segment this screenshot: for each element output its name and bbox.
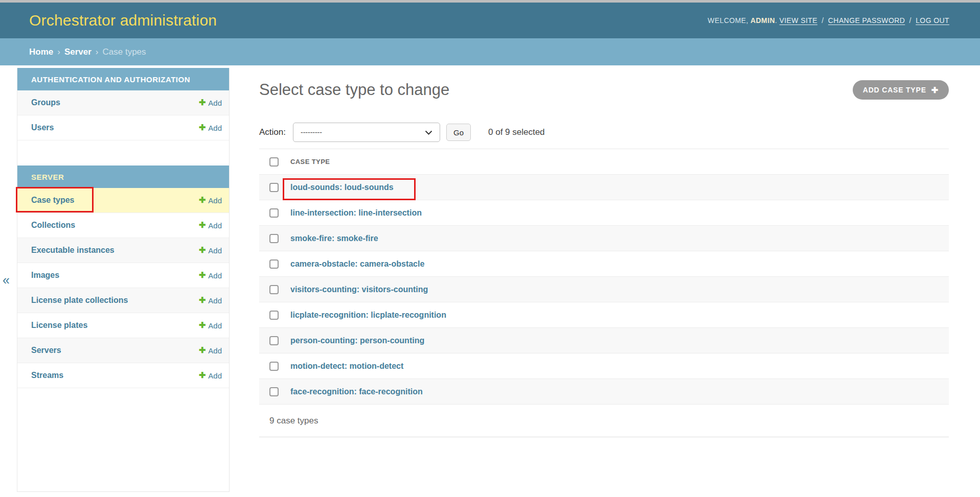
row-checkbox[interactable] bbox=[269, 234, 279, 243]
sidebar-add-groups[interactable]: ✚ Add bbox=[199, 99, 222, 107]
sidebar: AUTHENTICATION AND AUTHORIZATION Groups … bbox=[17, 68, 230, 492]
add-label: Add bbox=[208, 196, 222, 205]
row-checkbox-cell bbox=[259, 336, 290, 345]
add-label: Add bbox=[208, 221, 222, 230]
row-checkbox[interactable] bbox=[269, 362, 279, 371]
plus-icon: ✚ bbox=[199, 99, 206, 107]
breadcrumb-home[interactable]: Home bbox=[29, 47, 53, 57]
case-type-link-face-recognition[interactable]: face-recognition: face-recognition bbox=[290, 387, 423, 396]
row-checkbox-cell bbox=[259, 311, 290, 320]
breadcrumb-server[interactable]: Server bbox=[64, 47, 92, 57]
row-checkbox-cell bbox=[259, 234, 290, 243]
case-type-link-smoke-fire[interactable]: smoke-fire: smoke-fire bbox=[290, 234, 378, 243]
page-title: Select case type to change bbox=[259, 81, 949, 99]
row-checkbox[interactable] bbox=[269, 183, 279, 192]
column-header-case-type: CASE TYPE bbox=[290, 158, 330, 165]
sidebar-section-gap bbox=[17, 140, 229, 165]
add-case-type-button[interactable]: ADD CASE TYPE ✚ bbox=[853, 80, 949, 100]
sidebar-section-server: Case types ✚ Add Collections ✚ Add Execu… bbox=[17, 188, 229, 388]
table-row: smoke-fire: smoke-fire bbox=[259, 226, 949, 251]
header-checkbox-cell bbox=[259, 157, 290, 167]
sidebar-link-groups[interactable]: Groups bbox=[31, 98, 60, 107]
welcome-text: WELCOME, bbox=[708, 16, 748, 25]
action-select-value: --------- bbox=[301, 128, 322, 136]
row-checkbox[interactable] bbox=[269, 208, 279, 218]
selection-counter: 0 of 9 selected bbox=[488, 127, 545, 137]
main-content: Select case type to change ADD CASE TYPE… bbox=[259, 65, 949, 437]
sidebar-add-users[interactable]: ✚ Add bbox=[199, 124, 222, 132]
view-site-link[interactable]: VIEW SITE bbox=[780, 16, 817, 25]
table-row: motion-detect: motion-detect bbox=[259, 353, 949, 379]
change-password-link[interactable]: CHANGE PASSWORD bbox=[828, 16, 905, 25]
link-separator: / bbox=[822, 16, 824, 25]
case-type-link-licplate-recognition[interactable]: licplate-recognition: licplate-recogniti… bbox=[290, 311, 446, 320]
sidebar-add-images[interactable]: ✚ Add bbox=[199, 271, 222, 280]
row-checkbox[interactable] bbox=[269, 387, 279, 396]
log-out-link[interactable]: LOG OUT bbox=[916, 16, 949, 25]
sidebar-link-license-plates[interactable]: License plates bbox=[31, 321, 87, 330]
sidebar-add-license-plates[interactable]: ✚ Add bbox=[199, 321, 222, 330]
sidebar-add-servers[interactable]: ✚ Add bbox=[199, 346, 222, 355]
case-type-link-camera-obstacle[interactable]: camera-obstacle: camera-obstacle bbox=[290, 259, 424, 269]
breadcrumb-current: Case types bbox=[103, 47, 146, 57]
sidebar-add-case-types[interactable]: ✚ Add bbox=[199, 196, 222, 205]
sidebar-item-users: Users ✚ Add bbox=[17, 115, 229, 140]
row-checkbox-cell bbox=[259, 208, 290, 218]
plus-icon: ✚ bbox=[199, 124, 206, 132]
row-checkbox[interactable] bbox=[269, 259, 279, 269]
sidebar-section-auth-header: AUTHENTICATION AND AUTHORIZATION bbox=[17, 68, 229, 90]
sidebar-add-license-plate-collections[interactable]: ✚ Add bbox=[199, 296, 222, 305]
case-type-link-loud-sounds[interactable]: loud-sounds: loud-sounds bbox=[290, 183, 394, 192]
link-separator: / bbox=[909, 16, 911, 25]
sidebar-item-streams: Streams ✚ Add bbox=[17, 363, 229, 388]
add-label: Add bbox=[208, 271, 222, 280]
sidebar-link-collections[interactable]: Collections bbox=[31, 221, 75, 230]
row-checkbox-cell bbox=[259, 259, 290, 269]
table-header-row: CASE TYPE bbox=[259, 149, 949, 175]
breadcrumb-separator: › bbox=[96, 47, 99, 57]
sidebar-link-license-plate-collections[interactable]: License plate collections bbox=[31, 296, 128, 305]
table-row: person-counting: person-counting bbox=[259, 328, 949, 353]
sidebar-link-servers[interactable]: Servers bbox=[31, 346, 61, 355]
breadcrumb-separator: › bbox=[57, 47, 60, 57]
add-label: Add bbox=[208, 371, 222, 380]
case-type-link-line-intersection[interactable]: line-intersection: line-intersection bbox=[290, 208, 422, 218]
admin-header: Orchestrator administration WELCOME, ADM… bbox=[0, 3, 980, 38]
sidebar-add-streams[interactable]: ✚ Add bbox=[199, 371, 222, 380]
action-select[interactable]: --------- bbox=[293, 123, 440, 142]
row-checkbox[interactable] bbox=[269, 336, 279, 345]
add-label: Add bbox=[208, 246, 222, 255]
action-label: Action: bbox=[259, 127, 286, 137]
select-all-checkbox[interactable] bbox=[269, 157, 279, 167]
add-label: Add bbox=[208, 99, 222, 107]
sidebar-item-groups: Groups ✚ Add bbox=[17, 90, 229, 115]
sidebar-link-users[interactable]: Users bbox=[31, 123, 54, 132]
sidebar-link-streams[interactable]: Streams bbox=[31, 371, 63, 380]
results-count: 9 case types bbox=[259, 405, 949, 437]
case-type-link-motion-detect[interactable]: motion-detect: motion-detect bbox=[290, 362, 403, 371]
sidebar-section-server-header: SERVER bbox=[17, 165, 229, 188]
plus-icon: ✚ bbox=[199, 346, 206, 354]
chevron-down-icon bbox=[425, 130, 432, 135]
case-type-link-person-counting[interactable]: person-counting: person-counting bbox=[290, 336, 424, 345]
add-label: Add bbox=[208, 346, 222, 355]
sidebar-item-executable-instances: Executable instances ✚ Add bbox=[17, 238, 229, 263]
sidebar-link-images[interactable]: Images bbox=[31, 271, 59, 280]
sidebar-item-images: Images ✚ Add bbox=[17, 263, 229, 288]
plus-icon: ✚ bbox=[931, 85, 939, 95]
table-row: licplate-recognition: licplate-recogniti… bbox=[259, 302, 949, 328]
plus-icon: ✚ bbox=[199, 196, 206, 204]
case-type-link-visitors-counting[interactable]: visitors-counting: visitors-counting bbox=[290, 285, 428, 294]
sidebar-collapse-toggle[interactable]: « bbox=[3, 274, 10, 287]
sidebar-link-executable-instances[interactable]: Executable instances bbox=[31, 246, 115, 255]
sidebar-add-collections[interactable]: ✚ Add bbox=[199, 221, 222, 230]
sidebar-add-executable-instances[interactable]: ✚ Add bbox=[199, 246, 222, 255]
row-checkbox[interactable] bbox=[269, 311, 279, 320]
sidebar-item-case-types: Case types ✚ Add bbox=[17, 188, 229, 213]
row-checkbox[interactable] bbox=[269, 285, 279, 294]
row-checkbox-cell bbox=[259, 183, 290, 192]
sidebar-item-servers: Servers ✚ Add bbox=[17, 338, 229, 363]
go-button[interactable]: Go bbox=[446, 124, 471, 141]
sidebar-link-case-types[interactable]: Case types bbox=[31, 196, 75, 205]
table-row: loud-sounds: loud-sounds bbox=[259, 175, 949, 200]
